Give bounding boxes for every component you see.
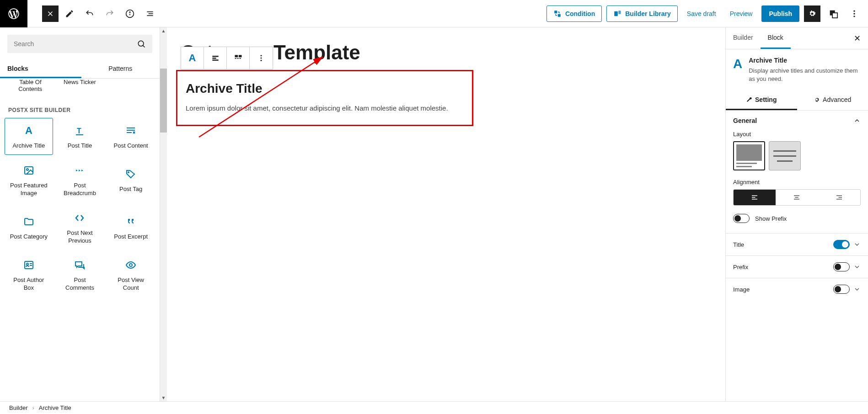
breadcrumb-archive-title[interactable]: Archive Title	[39, 404, 71, 411]
layout-option-1[interactable]	[733, 141, 765, 170]
svg-rect-33	[212, 58, 216, 59]
search-input[interactable]	[14, 40, 137, 48]
edit-icon[interactable]	[60, 5, 79, 23]
scroll-thumb[interactable]	[160, 69, 167, 133]
block-post-breadcrumb[interactable]: Post Breadcrumb	[56, 158, 104, 202]
align-left[interactable]	[734, 190, 776, 205]
search-wrap	[0, 27, 160, 60]
layout-option-2[interactable]	[769, 141, 801, 170]
align-icon[interactable]	[204, 47, 227, 69]
wordpress-logo[interactable]	[0, 0, 27, 27]
prefix-toggle[interactable]	[833, 262, 850, 271]
block-post-title[interactable]: T Post Title	[56, 118, 104, 155]
subtab-setting[interactable]: Setting	[726, 90, 797, 110]
settings-button[interactable]	[804, 5, 820, 22]
row-prefix[interactable]: Prefix	[726, 256, 868, 278]
comments-icon	[74, 259, 86, 271]
tab-builder[interactable]: Builder	[726, 27, 761, 49]
svg-point-17	[138, 41, 144, 46]
block-post-view-count[interactable]: Post View Count	[107, 252, 155, 297]
row-image[interactable]: Image	[726, 278, 868, 300]
close-settings-icon[interactable]: ✕	[847, 33, 868, 43]
post-content-icon	[125, 125, 137, 137]
section-general-header[interactable]: General	[726, 111, 868, 131]
section-general-body: Layout Alignment Show P	[726, 131, 868, 233]
scrollbar[interactable]: ▲ ▼	[160, 27, 167, 401]
block-post-featured-image[interactable]: Post Featured Image	[5, 158, 53, 202]
align-right[interactable]	[818, 190, 860, 205]
folder-icon	[23, 216, 35, 228]
prev-block-b[interactable]: News Ticker	[64, 79, 96, 92]
archive-title-icon: A	[23, 125, 35, 137]
show-prefix-row: Show Prefix	[733, 212, 861, 225]
post-title-icon: T	[74, 125, 86, 137]
info-icon[interactable]	[121, 5, 139, 23]
search-box[interactable]	[7, 35, 152, 53]
breadcrumb-builder[interactable]: Builder	[9, 404, 27, 411]
breadcrumb-icon	[74, 165, 86, 176]
builder-library-button[interactable]: Builder Library	[606, 5, 678, 22]
archive-title-block[interactable]: Archive Title Lorem ipsum dolor sit amet…	[176, 70, 473, 126]
chevron-down-icon[interactable]	[853, 241, 861, 248]
save-draft-button[interactable]: Save draft	[682, 6, 721, 21]
preview-button[interactable]: Preview	[725, 6, 757, 21]
svg-point-41	[261, 58, 262, 59]
section-general: General Layout Alignment	[726, 111, 868, 234]
image-toggle[interactable]	[833, 285, 850, 294]
block-grid: A Archive Title T Post Title Post Conten…	[5, 118, 155, 297]
subtab-advanced[interactable]: Advanced	[797, 90, 868, 110]
row-title[interactable]: Title	[726, 234, 868, 256]
tab-blocks[interactable]: Blocks	[0, 60, 81, 78]
tab-block[interactable]: Block	[761, 27, 791, 49]
block-post-comments[interactable]: Post Comments	[56, 252, 104, 297]
show-prefix-label: Show Prefix	[755, 215, 787, 222]
publish-button[interactable]: Publish	[761, 5, 799, 22]
svg-line-18	[143, 45, 145, 47]
breadcrumb-sep: ›	[32, 404, 34, 411]
layout-options	[733, 141, 861, 170]
editor-canvas[interactable]: Category Template A Archive Title Lorem …	[167, 27, 725, 401]
svg-point-26	[128, 172, 129, 173]
scroll-up-icon[interactable]: ▲	[160, 27, 167, 34]
author-icon	[23, 259, 35, 271]
tab-patterns[interactable]: Patterns	[81, 60, 160, 78]
svg-rect-10	[614, 11, 618, 16]
close-button[interactable]	[42, 5, 59, 22]
topbar: Condition Builder Library Save draft Pre…	[0, 0, 868, 27]
title-toggle[interactable]	[833, 240, 850, 249]
svg-rect-32	[212, 56, 218, 57]
block-post-excerpt[interactable]: Post Excerpt	[107, 205, 155, 250]
inserter-tabs: Blocks Patterns	[0, 60, 160, 79]
scroll-down-icon[interactable]: ▼	[160, 394, 167, 401]
svg-point-16	[853, 16, 855, 17]
blocks-scroll[interactable]: Table Of Contents News Ticker POSTX SITE…	[0, 79, 160, 401]
block-post-category[interactable]: Post Category	[5, 205, 53, 250]
prev-block-a[interactable]: Table Of Contents	[12, 79, 48, 92]
list-view-icon[interactable]	[141, 5, 159, 23]
tag-icon	[125, 168, 137, 180]
chevron-down-icon[interactable]	[853, 286, 861, 293]
condition-button[interactable]: Condition	[547, 5, 602, 22]
redo-icon[interactable]	[101, 5, 119, 23]
svg-rect-34	[212, 59, 218, 61]
show-prefix-toggle[interactable]	[733, 214, 750, 223]
chevron-down-icon[interactable]	[853, 263, 861, 271]
eye-icon	[125, 259, 137, 271]
layout-icon[interactable]	[227, 47, 250, 69]
svg-point-4	[129, 11, 130, 12]
align-center[interactable]	[776, 190, 818, 205]
block-post-next-previous[interactable]: Post Next Previous	[56, 205, 104, 250]
main: Blocks Patterns Table Of Contents News T…	[0, 27, 868, 401]
block-archive-title[interactable]: A Archive Title	[5, 118, 53, 155]
overlap-icon[interactable]	[825, 5, 841, 22]
block-type-icon[interactable]: A	[181, 47, 204, 69]
block-post-tag[interactable]: Post Tag	[107, 158, 155, 202]
svg-rect-36	[238, 55, 241, 57]
gear-small-icon	[814, 96, 820, 103]
undo-icon[interactable]	[80, 5, 99, 23]
block-post-content[interactable]: Post Content	[107, 118, 155, 155]
more-options-icon[interactable]	[846, 5, 863, 22]
block-post-author-box[interactable]: Post Author Box	[5, 252, 53, 297]
block-more-icon[interactable]	[250, 47, 273, 69]
archive-title-desc: Lorem ipsum dolor sit amet, consectetur …	[186, 104, 464, 112]
